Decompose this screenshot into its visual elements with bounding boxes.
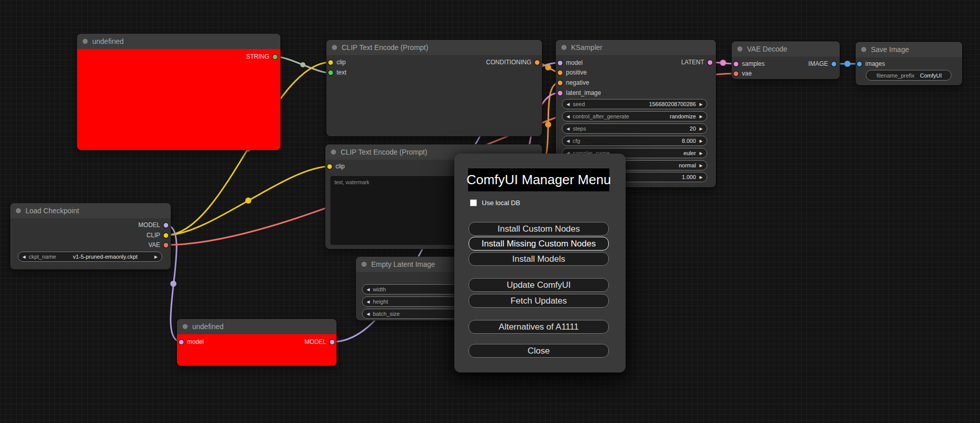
input-port-icon[interactable]	[328, 60, 333, 65]
install-models-button[interactable]: Install Models	[469, 252, 609, 266]
output-port-icon[interactable]	[164, 223, 168, 228]
input-slot-latent-image[interactable]: latent_image	[558, 89, 601, 97]
node-titlebar[interactable]: KSampler	[556, 40, 716, 55]
input-port-icon[interactable]	[857, 62, 862, 66]
input-slot-text[interactable]: text	[328, 68, 346, 77]
node-titlebar[interactable]: VAE Decode	[732, 41, 840, 57]
node-load-checkpoint[interactable]: Load Checkpoint MODEL CLIP VAE ◀ ckpt_na…	[10, 203, 171, 269]
widget-steps[interactable]: ◀ steps 20 ▶	[562, 123, 707, 134]
slot-label: IMAGE	[808, 60, 828, 67]
node-titlebar[interactable]: undefined	[77, 34, 280, 49]
output-port-icon[interactable]	[164, 243, 168, 247]
collapse-dot-icon[interactable]	[561, 45, 566, 50]
output-port-icon[interactable]	[832, 62, 836, 66]
slot-label: clip	[337, 59, 346, 66]
input-slot-clip[interactable]: clip	[327, 162, 345, 170]
alternatives-of-a1111-button[interactable]: Alternatives of A1111	[469, 320, 609, 334]
output-slot-model[interactable]: MODEL	[304, 338, 334, 346]
install-missing-custom-nodes-button[interactable]: Install Missing Custom Nodes	[469, 237, 609, 251]
right-arrow-icon[interactable]: ▶	[700, 139, 703, 143]
input-slot-negative[interactable]: negative	[558, 79, 589, 87]
input-slot-vae[interactable]: vae	[734, 69, 752, 78]
widget-label: control_after_generate	[573, 113, 629, 119]
input-slot-model[interactable]: model	[558, 59, 583, 67]
slot-label: CLIP	[146, 232, 160, 239]
node-undefined-top[interactable]: undefined STRING	[77, 34, 280, 150]
collapse-dot-icon[interactable]	[737, 46, 742, 52]
node-clip-text-encode-1[interactable]: CLIP Text Encode (Prompt) clip text COND…	[326, 40, 542, 136]
node-undefined-bottom[interactable]: undefined model MODEL	[177, 319, 337, 366]
install-custom-nodes-button[interactable]: Install Custom Nodes	[469, 222, 609, 236]
slot-label: vae	[742, 70, 752, 77]
input-port-icon[interactable]	[558, 61, 562, 65]
output-slot-image[interactable]: IMAGE	[808, 60, 836, 68]
right-arrow-icon[interactable]: ▶	[700, 175, 703, 180]
left-arrow-icon[interactable]: ◀	[367, 287, 370, 292]
output-port-icon[interactable]	[330, 340, 334, 344]
collapse-dot-icon[interactable]	[83, 39, 88, 44]
output-slot-conditioning[interactable]: CONDITIONING	[486, 58, 539, 66]
widget-filename-prefix[interactable]: filename_prefix ComfyUI	[866, 70, 951, 81]
widget-cfg[interactable]: ◀ cfg 8.000 ▶	[562, 136, 707, 146]
collapse-dot-icon[interactable]	[861, 47, 866, 52]
right-arrow-icon[interactable]: ▶	[700, 114, 703, 119]
widget-seed[interactable]: ◀ seed 156680208700286 ▶	[562, 99, 707, 109]
input-slot-images[interactable]: images	[857, 60, 885, 68]
left-arrow-icon[interactable]: ◀	[22, 255, 25, 259]
widget-label: seed	[573, 101, 585, 107]
right-arrow-icon[interactable]: ▶	[700, 102, 703, 107]
node-titlebar[interactable]: CLIP Text Encode (Prompt)	[326, 40, 542, 55]
output-slot-clip[interactable]: CLIP	[146, 231, 168, 239]
left-arrow-icon[interactable]: ◀	[367, 300, 370, 304]
node-titlebar[interactable]: undefined	[177, 319, 337, 334]
node-vae-decode[interactable]: VAE Decode samples vae IMAGE	[732, 41, 840, 79]
node-titlebar[interactable]: Save Image	[856, 42, 962, 57]
input-slot-clip[interactable]: clip	[328, 58, 346, 66]
output-port-icon[interactable]	[164, 233, 168, 238]
left-arrow-icon[interactable]: ◀	[566, 139, 570, 143]
input-port-icon[interactable]	[558, 81, 562, 85]
widget-control-after-generate[interactable]: ◀ control_after_generate randomize ▶	[562, 111, 707, 121]
right-arrow-icon[interactable]: ▶	[700, 163, 703, 168]
left-arrow-icon[interactable]: ◀	[367, 312, 370, 316]
left-arrow-icon[interactable]: ◀	[566, 114, 570, 119]
collapse-dot-icon[interactable]	[332, 45, 337, 50]
collapse-dot-icon[interactable]	[362, 262, 367, 267]
collapse-dot-icon[interactable]	[183, 324, 188, 329]
input-port-icon[interactable]	[734, 62, 738, 66]
input-port-icon[interactable]	[179, 340, 184, 344]
collapse-dot-icon[interactable]	[331, 150, 336, 155]
input-slot-positive[interactable]: positive	[558, 68, 587, 77]
input-port-icon[interactable]	[327, 164, 332, 169]
widget-ckpt-name[interactable]: ◀ ckpt_name v1-5-pruned-emaonly.ckpt ▶	[18, 252, 162, 262]
fetch-updates-button[interactable]: Fetch Updates	[469, 294, 609, 308]
output-port-icon[interactable]	[708, 60, 712, 65]
use-local-db-row[interactable]: Use local DB	[470, 199, 520, 207]
output-slot-vae[interactable]: VAE	[148, 241, 168, 249]
right-arrow-icon[interactable]: ▶	[700, 151, 703, 156]
output-slot-latent[interactable]: LATENT	[681, 58, 712, 66]
wire-dot	[300, 62, 305, 67]
output-slot-string[interactable]: STRING	[246, 53, 277, 61]
update-comfyui-button[interactable]: Update ComfyUI	[469, 278, 609, 292]
input-slot-model[interactable]: model	[179, 338, 204, 346]
input-port-icon[interactable]	[328, 70, 333, 75]
input-port-icon[interactable]	[558, 91, 562, 95]
use-local-db-checkbox[interactable]	[470, 200, 477, 206]
right-arrow-icon[interactable]: ▶	[154, 255, 158, 259]
close-button[interactable]: Close	[469, 344, 609, 358]
left-arrow-icon[interactable]: ◀	[566, 127, 570, 131]
use-local-db-label: Use local DB	[482, 199, 520, 207]
input-port-icon[interactable]	[558, 70, 562, 75]
input-port-icon[interactable]	[734, 71, 738, 76]
node-save-image[interactable]: Save Image images filename_prefix ComfyU…	[856, 42, 962, 85]
input-slot-samples[interactable]: samples	[734, 60, 765, 68]
output-port-icon[interactable]	[273, 55, 277, 59]
widget-value: 156680208700286	[649, 101, 696, 107]
node-titlebar[interactable]: Load Checkpoint	[10, 203, 171, 218]
collapse-dot-icon[interactable]	[16, 208, 21, 213]
left-arrow-icon[interactable]: ◀	[566, 102, 570, 107]
output-port-icon[interactable]	[535, 60, 539, 65]
right-arrow-icon[interactable]: ▶	[700, 127, 703, 131]
output-slot-model[interactable]: MODEL	[138, 221, 168, 229]
